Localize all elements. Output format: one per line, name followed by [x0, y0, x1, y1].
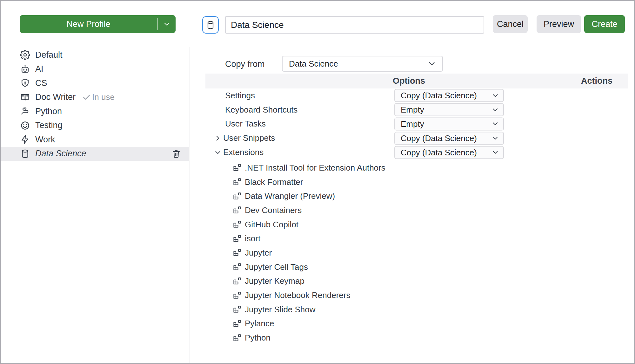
sidebar-item-work[interactable]: Work [1, 133, 189, 147]
sidebar-item-default[interactable]: Default [1, 48, 189, 62]
extension-icon [232, 305, 242, 314]
extension-icon [232, 291, 242, 300]
row-user-snippets: User Snippets Copy (Data Science) [205, 131, 628, 145]
cancel-button[interactable]: Cancel [493, 15, 528, 33]
row-user-tasks: User Tasks Empty [205, 117, 628, 131]
profile-name: Doc Writer [35, 92, 76, 102]
extension-icon [232, 192, 242, 201]
extension-icon [232, 234, 242, 244]
settings-option-select[interactable]: Copy (Data Science) [394, 89, 504, 102]
row-label: User Snippets [223, 133, 275, 143]
extension-icon [232, 262, 242, 272]
row-keyboard-shortcuts: Keyboard Shortcuts Empty [205, 103, 628, 117]
check-icon [82, 93, 91, 102]
actions-column-header: Actions [581, 74, 612, 88]
profile-name: Python [35, 107, 62, 116]
extension-icon [232, 248, 242, 257]
chevron-down-icon [214, 148, 222, 157]
profile-name: AI [35, 64, 43, 74]
snake-icon [20, 106, 30, 117]
extension-item: Dev Containers [205, 203, 628, 218]
in-use-badge: In use [82, 92, 115, 102]
extension-item: Jupyter Cell Tags [205, 260, 628, 274]
new-profile-button[interactable]: New Profile [20, 15, 176, 33]
chevron-down-icon [427, 59, 437, 68]
options-column-header: Options [393, 74, 425, 88]
book-icon [20, 92, 30, 103]
extension-icon [232, 220, 242, 229]
delete-profile-button[interactable] [171, 149, 181, 159]
row-label: User Tasks [225, 119, 266, 129]
extension-item: .NET Install Tool for Extension Authors [205, 161, 628, 175]
row-label: Keyboard Shortcuts [225, 105, 297, 115]
shield-icon [20, 78, 30, 88]
extension-icon [232, 163, 242, 172]
sidebar-item-ai[interactable]: AI [1, 62, 189, 76]
extension-icon [232, 319, 242, 328]
new-profile-label: New Profile [20, 19, 157, 29]
sidebar-item-python[interactable]: Python [1, 104, 189, 119]
user-snippets-option-select[interactable]: Copy (Data Science) [394, 132, 504, 145]
chevron-down-icon [491, 120, 499, 128]
row-settings: Settings Copy (Data Science) [205, 88, 628, 103]
row-extensions: Extensions Copy (Data Science) [205, 145, 628, 159]
create-button[interactable]: Create [584, 15, 625, 33]
sidebar-item-cs[interactable]: CS [1, 76, 189, 90]
chevron-down-icon [163, 20, 171, 28]
copy-from-select[interactable]: Data Science [282, 56, 443, 72]
extension-item: Black Formatter [205, 175, 628, 189]
database-icon [206, 20, 215, 30]
profile-editor-dialog: New Profile Default AI CS Doc Writer In … [0, 0, 635, 364]
chevron-down-icon [491, 91, 499, 100]
chevron-down-icon [491, 148, 499, 157]
smiley-icon [20, 120, 30, 131]
profile-icon-button[interactable] [202, 16, 219, 34]
preview-button[interactable]: Preview [537, 15, 581, 33]
zap-icon [20, 134, 30, 145]
sidebar-item-testing[interactable]: Testing [1, 119, 189, 133]
profile-name: Data Science [35, 149, 86, 159]
profile-name: Default [35, 50, 63, 60]
profile-name: Work [35, 135, 55, 145]
profile-name-input[interactable] [225, 16, 484, 34]
extension-item: Jupyter Slide Show [205, 302, 628, 317]
extension-item: Jupyter [205, 246, 628, 260]
extension-item: Jupyter Keymap [205, 274, 628, 289]
table-header: Options Actions [205, 74, 628, 88]
extension-icon [232, 276, 242, 286]
profile-list: Default AI CS Doc Writer In use Python T… [1, 48, 189, 161]
extension-item: Jupyter Notebook Renderers [205, 288, 628, 302]
extension-item: isort [205, 231, 628, 246]
profile-name: Testing [35, 120, 63, 130]
profile-name: CS [35, 78, 47, 88]
row-label: Settings [225, 91, 255, 101]
extension-item: GitHub Copilot [205, 218, 628, 232]
user-tasks-option-select[interactable]: Empty [394, 117, 504, 130]
chevron-down-icon [491, 106, 499, 114]
collapse-extensions-button[interactable] [214, 148, 222, 157]
extension-item: Data Wrangler (Preview) [205, 189, 628, 203]
extension-icon [232, 177, 242, 187]
chevron-down-icon [491, 134, 499, 142]
extension-item: Pylance [205, 317, 628, 331]
database-icon [20, 148, 30, 159]
trash-icon [171, 149, 181, 159]
copy-from-label: Copy from [225, 56, 265, 72]
chevron-right-icon [214, 134, 222, 142]
profile-content-rows: Settings Copy (Data Science) Keyboard Sh… [205, 88, 628, 159]
gear-icon [20, 49, 30, 60]
extension-icon [232, 333, 242, 343]
copy-from-value: Data Science [289, 59, 427, 69]
new-profile-dropdown-chevron[interactable] [158, 20, 176, 28]
row-label: Extensions [223, 147, 264, 157]
expand-user-snippets-button[interactable] [214, 134, 222, 142]
extensions-option-select[interactable]: Copy (Data Science) [394, 146, 504, 159]
sidebar-divider [190, 47, 190, 363]
extensions-list: .NET Install Tool for Extension Authors … [205, 161, 628, 345]
extension-item: Python [205, 331, 628, 345]
robot-icon [20, 64, 30, 75]
sidebar-item-doc-writer[interactable]: Doc Writer In use [1, 90, 189, 105]
extension-icon [232, 205, 242, 215]
sidebar-item-data-science[interactable]: Data Science [1, 147, 189, 161]
keyboard-shortcuts-option-select[interactable]: Empty [394, 103, 504, 116]
